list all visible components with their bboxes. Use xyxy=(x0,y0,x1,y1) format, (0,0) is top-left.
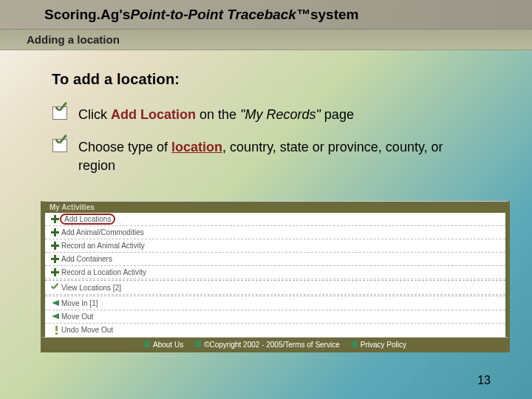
checkbox-checked-icon xyxy=(52,138,71,154)
row-label: Undo Move Out xyxy=(61,326,113,334)
footer-copyright[interactable]: ©Copyright 2002 - 2005/Terms of Service xyxy=(195,341,340,349)
plus-icon xyxy=(48,214,61,224)
square-icon xyxy=(195,341,201,347)
bullet-1-addlocation: Add Location xyxy=(111,107,196,122)
square-icon xyxy=(352,341,358,347)
row-label: Move In [1] xyxy=(61,299,98,307)
divider xyxy=(45,280,505,281)
plus-icon xyxy=(48,228,61,237)
bullet-2-text: Choose type of location, country, state … xyxy=(78,138,480,174)
bullet-1-myrecords: "My Records" xyxy=(240,107,324,122)
plus-icon xyxy=(48,241,61,250)
bullet-1-pre: Click xyxy=(78,107,111,122)
plus-icon xyxy=(48,267,61,277)
row-label: Add Containers xyxy=(61,255,112,263)
title-suffix: system xyxy=(310,7,359,23)
add-locations-highlight: Add Locations xyxy=(60,214,115,225)
row-add-containers[interactable]: Add Containers xyxy=(45,253,505,266)
arrow-left-icon xyxy=(48,313,61,319)
divider xyxy=(45,296,505,296)
row-record-animal-activity[interactable]: Record an Animal Activity xyxy=(45,239,505,253)
row-undo-move-out[interactable]: Undo Move Out xyxy=(45,324,505,337)
section-heading: To add a location: xyxy=(52,71,480,88)
plus-icon xyxy=(48,254,61,264)
row-label: Record a Location Activity xyxy=(61,268,146,276)
subtitle: Adding a location xyxy=(27,33,120,46)
bullet-1-text: Click Add Location on the "My Records" p… xyxy=(78,106,354,123)
row-move-in[interactable]: Move In [1] xyxy=(45,297,505,310)
row-view-locations[interactable]: View Locations [2] xyxy=(45,282,505,295)
title-main: Point-to-Point Traceback™ xyxy=(130,7,310,23)
title-prefix: Scoring.Ag's xyxy=(44,7,130,23)
panel-header: My Activities xyxy=(45,202,505,213)
page-number: 13 xyxy=(477,374,491,387)
row-add-animal[interactable]: Add Animal/Commodities xyxy=(45,226,505,239)
row-label: Add Animal/Commodities xyxy=(61,228,144,236)
check-icon xyxy=(48,283,61,292)
bullet-2: Choose type of location, country, state … xyxy=(52,138,480,174)
footer-bar: About Us ©Copyright 2002 - 2005/Terms of… xyxy=(41,338,510,352)
bullet-2-location: location xyxy=(171,140,222,154)
bullet-1-mid: on the xyxy=(196,107,240,122)
bullet-2-pre: Choose type of xyxy=(78,140,171,154)
arrow-left-icon xyxy=(48,300,61,306)
title-bar: Scoring.Ag's Point-to-Point Traceback™ s… xyxy=(0,0,532,30)
row-label: Move Out xyxy=(61,313,93,321)
exclamation-icon xyxy=(48,326,61,335)
bullet-1-post: page xyxy=(324,107,354,122)
footer-privacy[interactable]: Privacy Policy xyxy=(352,341,406,349)
content-area: To add a location: Click Add Location on… xyxy=(0,50,532,197)
bullet-1: Click Add Location on the "My Records" p… xyxy=(52,106,480,123)
row-move-out[interactable]: Move Out xyxy=(45,310,505,324)
subtitle-bar: Adding a location xyxy=(0,30,532,50)
row-label: View Locations [2] xyxy=(61,284,121,292)
checkbox-checked-icon xyxy=(52,106,71,122)
my-activities-panel: My Activities Add Locations Add Animal/C… xyxy=(41,201,510,338)
row-add-locations[interactable]: Add Locations xyxy=(45,213,505,226)
square-icon xyxy=(144,341,150,347)
row-record-location-activity[interactable]: Record a Location Activity xyxy=(45,266,505,279)
row-label: Record an Animal Activity xyxy=(61,242,145,250)
footer-about[interactable]: About Us xyxy=(144,341,183,349)
slide: Scoring.Ag's Point-to-Point Traceback™ s… xyxy=(0,0,532,399)
